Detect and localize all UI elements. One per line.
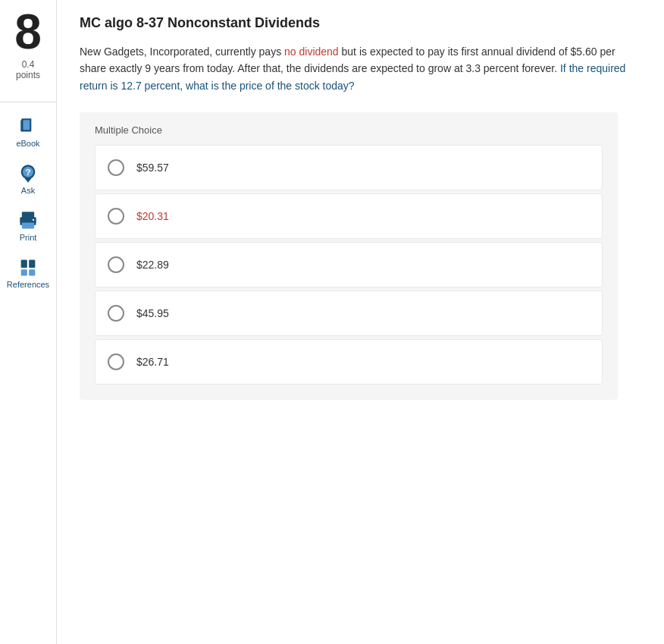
print-icon xyxy=(17,210,39,231)
svg-marker-4 xyxy=(24,178,31,183)
ask-label: Ask xyxy=(21,186,35,195)
mc-option-d[interactable]: $45.95 xyxy=(95,291,603,336)
mc-option-c-text: $22.89 xyxy=(136,259,169,271)
svg-rect-2 xyxy=(20,120,22,131)
question-number: 8 xyxy=(14,8,42,56)
svg-rect-14 xyxy=(21,269,27,275)
mc-container: Multiple Choice $59.57 $20.31 $22.89 $45… xyxy=(80,112,618,400)
svg-rect-15 xyxy=(29,269,35,275)
radio-e[interactable] xyxy=(108,353,124,370)
mc-option-e-text: $26.71 xyxy=(136,356,169,368)
ask-icon: ? xyxy=(17,163,39,184)
mc-option-a-text: $59.57 xyxy=(136,162,169,174)
svg-point-11 xyxy=(33,219,34,221)
points-label: 0.4 points xyxy=(16,59,40,80)
sidebar: 8 0.4 points eBook ? Ask xyxy=(0,0,57,644)
sidebar-item-ask[interactable]: ? Ask xyxy=(0,156,56,203)
svg-rect-13 xyxy=(29,260,35,269)
ebook-icon xyxy=(17,116,39,137)
print-label: Print xyxy=(20,233,37,242)
sidebar-item-print[interactable]: Print xyxy=(0,203,56,250)
mc-option-e[interactable]: $26.71 xyxy=(95,339,603,385)
svg-text:?: ? xyxy=(25,167,30,177)
mc-option-c[interactable]: $22.89 xyxy=(95,242,603,287)
references-label: References xyxy=(7,280,49,289)
radio-d[interactable] xyxy=(108,305,124,322)
sidebar-divider xyxy=(0,102,56,102)
svg-rect-1 xyxy=(23,120,30,130)
radio-b[interactable] xyxy=(108,208,124,225)
radio-a[interactable] xyxy=(108,159,124,176)
svg-rect-9 xyxy=(22,222,34,228)
mc-option-b[interactable]: $20.31 xyxy=(95,193,603,239)
question-body: New Gadgets, Incorporated, currently pay… xyxy=(80,43,641,94)
mc-label: Multiple Choice xyxy=(95,124,603,136)
main-content: MC algo 8-37 Nonconstant Dividends New G… xyxy=(57,0,664,644)
sidebar-item-references[interactable]: References xyxy=(0,250,56,297)
svg-rect-12 xyxy=(21,260,27,269)
mc-option-d-text: $45.95 xyxy=(136,307,169,319)
references-icon xyxy=(17,257,39,278)
radio-c[interactable] xyxy=(108,256,124,273)
question-title: MC algo 8-37 Nonconstant Dividends xyxy=(80,15,641,31)
sidebar-item-ebook[interactable]: eBook xyxy=(0,108,56,156)
mc-option-b-text: $20.31 xyxy=(136,210,169,222)
ebook-label: eBook xyxy=(16,139,39,148)
mc-option-a[interactable]: $59.57 xyxy=(95,145,603,190)
question-body-part1: New Gadgets, Incorporated, currently pay… xyxy=(80,46,615,74)
